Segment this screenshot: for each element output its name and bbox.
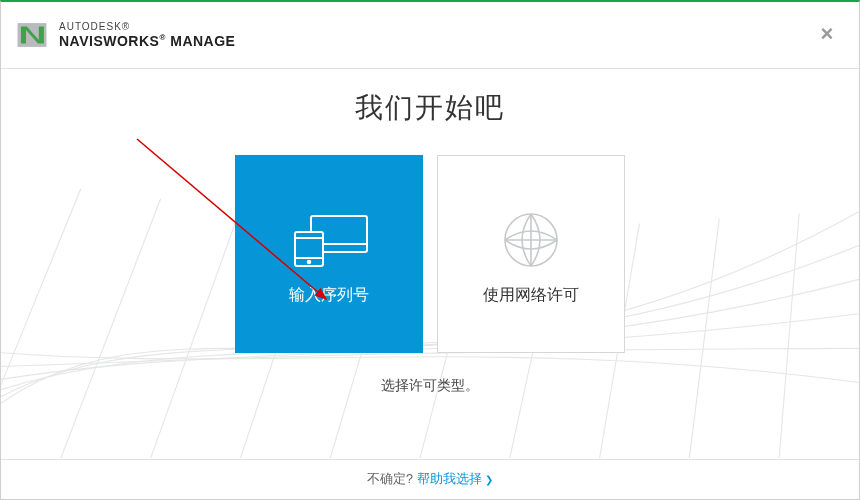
enter-serial-tile[interactable]: 输入序列号 (235, 155, 423, 353)
help-me-choose-link[interactable]: 帮助我选择 ❯ (417, 471, 493, 488)
close-icon: × (821, 21, 834, 46)
chevron-right-icon: ❯ (485, 474, 493, 485)
instruction-text: 选择许可类型。 (1, 377, 859, 395)
brand-block: AUTODESK® NAVISWORKS® MANAGE (15, 18, 235, 52)
brand-company: AUTODESK® (59, 21, 235, 33)
navisworks-logo-icon (15, 18, 49, 52)
footer: 不确定? 帮助我选择 ❯ (1, 459, 859, 499)
enter-serial-label: 输入序列号 (289, 285, 369, 306)
devices-icon (285, 203, 373, 277)
svg-point-5 (308, 260, 311, 263)
network-license-tile[interactable]: 使用网络许可 (437, 155, 625, 353)
help-link-label: 帮助我选择 (417, 471, 482, 488)
header: AUTODESK® NAVISWORKS® MANAGE × (1, 2, 859, 69)
footer-question: 不确定? (367, 471, 413, 488)
activation-window: AUTODESK® NAVISWORKS® MANAGE × (0, 0, 860, 500)
brand-text: AUTODESK® NAVISWORKS® MANAGE (59, 21, 235, 49)
brand-product: NAVISWORKS® MANAGE (59, 33, 235, 49)
network-license-label: 使用网络许可 (483, 285, 579, 306)
globe-icon (499, 203, 563, 277)
content: 我们开始吧 (1, 69, 859, 395)
page-title: 我们开始吧 (1, 89, 859, 127)
body: 我们开始吧 (1, 69, 859, 459)
close-button[interactable]: × (817, 24, 837, 44)
license-tiles: 输入序列号 (1, 155, 859, 353)
